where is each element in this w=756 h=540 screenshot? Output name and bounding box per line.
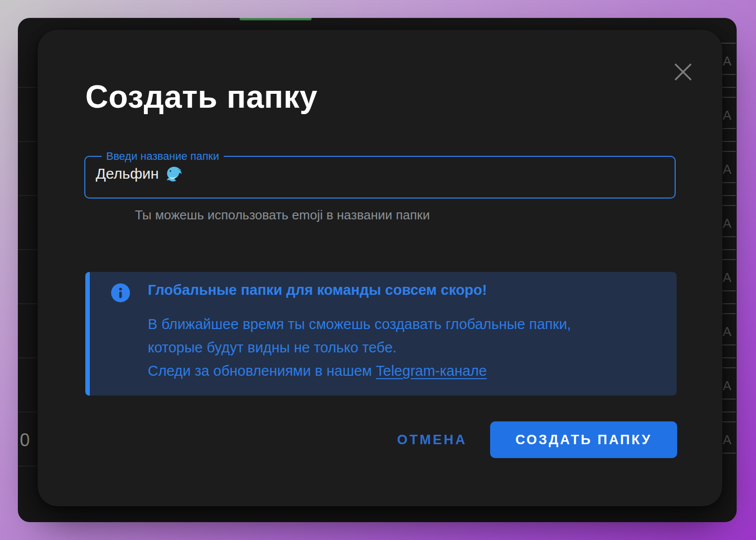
bg-row-label: 0: [20, 431, 30, 449]
bg-row-separator: [721, 195, 736, 196]
bg-row-separator: [18, 357, 38, 358]
notice-line1: В ближайшее время ты сможешь создавать г…: [148, 316, 571, 332]
bg-row-separator: [18, 466, 38, 467]
bg-row-separator: [721, 128, 736, 129]
bg-row-separator: [18, 195, 38, 196]
bg-row-separator: [721, 151, 736, 152]
bg-row-separator: [721, 367, 736, 368]
bg-row-separator: [721, 290, 736, 291]
bg-row-separator: [721, 344, 736, 345]
bg-row-label: A: [723, 55, 731, 68]
dolphin-emoji-icon: [164, 165, 182, 183]
bg-row-separator: [721, 421, 736, 422]
field-helper-text: Ты можешь использовать emoji в названии …: [135, 207, 430, 223]
bg-row-label: A: [723, 325, 731, 338]
dialog-title: Создать папку: [85, 78, 317, 115]
bg-row-separator: [721, 249, 736, 250]
bg-row-label: A: [723, 109, 731, 122]
bg-row-separator: [721, 97, 736, 98]
folder-name-value: Дельфин: [96, 165, 159, 182]
bg-row-separator: [18, 303, 38, 304]
create-folder-dialog: Создать папку Введи название папки Дельф…: [38, 30, 722, 506]
folder-name-field[interactable]: Введи название папки Дельфин: [84, 150, 676, 199]
bg-row-separator: [721, 259, 736, 260]
folder-name-label: Введи название папки: [102, 150, 224, 163]
close-icon[interactable]: [673, 62, 693, 82]
bg-row-label: A: [723, 379, 731, 392]
bg-row-separator: [721, 303, 736, 304]
bg-row-separator: [721, 87, 736, 88]
bg-row-separator: [721, 43, 736, 44]
bg-row-separator: [721, 357, 736, 358]
bg-row-separator: [721, 399, 736, 400]
bg-row-separator: [721, 182, 736, 183]
notice-line3-prefix: Следи за обновлениями в нашем: [148, 363, 376, 379]
bg-row-separator: [721, 205, 736, 206]
cancel-button[interactable]: ОТМЕНА: [385, 425, 479, 455]
bg-row-label: A: [723, 433, 731, 446]
bg-row-separator: [721, 313, 736, 314]
bg-row-label: A: [723, 217, 731, 230]
bg-row-label: A: [723, 163, 731, 176]
create-folder-button[interactable]: СОЗДАТЬ ПАПКУ: [490, 421, 677, 458]
bg-row-separator: [721, 453, 736, 454]
bg-row-separator: [18, 87, 38, 88]
bg-row-separator: [721, 141, 736, 142]
notice-line2: которые будут видны не только тебе.: [148, 339, 397, 355]
bg-row-separator: [18, 141, 38, 142]
info-icon: [111, 283, 130, 302]
notice-banner: Глобальные папки для команды совсем скор…: [85, 272, 677, 396]
bg-row-separator: [18, 411, 38, 412]
bg-row-separator: [721, 74, 736, 75]
bg-row-label: A: [723, 271, 731, 284]
background-green-bar: [240, 18, 312, 20]
telegram-link[interactable]: Telegram-канале: [376, 363, 487, 379]
notice-body: В ближайшее время ты сможешь создавать г…: [148, 313, 571, 383]
bg-row-separator: [721, 236, 736, 237]
notice-accent-bar: [85, 272, 90, 396]
bg-row-separator: [18, 249, 38, 250]
bg-row-separator: [721, 411, 736, 412]
notice-title: Глобальные папки для команды совсем скор…: [148, 282, 487, 298]
